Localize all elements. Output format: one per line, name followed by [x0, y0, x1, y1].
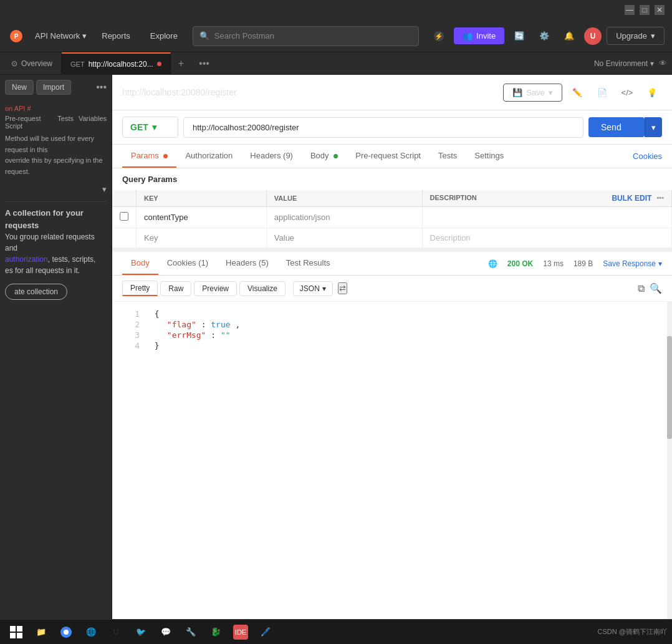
- new-value-cell[interactable]: Value: [266, 228, 422, 248]
- request-header: http://localhost:20080/register 💾 Save ▾…: [112, 75, 672, 110]
- authorization-tab[interactable]: Authorization: [176, 145, 241, 168]
- preview-button[interactable]: Preview: [194, 281, 237, 296]
- close-button[interactable]: ✕: [655, 5, 665, 15]
- app4-btn[interactable]: 🔧: [180, 621, 202, 643]
- invite-button[interactable]: 👥 Invite: [454, 27, 504, 44]
- svg-rect-5: [17, 626, 22, 632]
- search-icon: 🔍: [199, 31, 209, 41]
- raw-button[interactable]: Raw: [160, 281, 191, 296]
- params-tab[interactable]: Params: [122, 145, 176, 168]
- edit-icon-btn[interactable]: ✏️: [567, 82, 587, 102]
- sync-icon-btn[interactable]: 🔄: [509, 26, 529, 46]
- params-table: KEY VALUE DESCRIPTION ••• Bulk Edit cont…: [112, 190, 672, 248]
- start-button[interactable]: [5, 621, 27, 643]
- minimize-button[interactable]: —: [625, 5, 635, 15]
- new-tab-button[interactable]: +: [171, 58, 191, 69]
- desc-col-header: DESCRIPTION ••• Bulk Edit: [422, 190, 671, 207]
- upgrade-button[interactable]: Upgrade ▾: [607, 27, 665, 45]
- tab-more-button[interactable]: •••: [191, 58, 217, 69]
- api-network-menu[interactable]: API Network ▾: [35, 31, 87, 41]
- tab-nav-right: Cookies: [633, 151, 662, 161]
- response-headers-tab[interactable]: Headers (5): [217, 252, 277, 275]
- pretty-button[interactable]: Pretty: [122, 281, 158, 296]
- browser2-btn[interactable]: 🌐: [80, 621, 102, 643]
- params-more-icon[interactable]: •••: [656, 194, 664, 201]
- new-key-cell[interactable]: Key: [137, 228, 267, 248]
- chevron-down-icon: ▾: [650, 59, 654, 68]
- maximize-button[interactable]: □: [640, 5, 650, 15]
- code-icon-btn[interactable]: </>: [617, 82, 637, 102]
- settings-icon-btn[interactable]: ⚙️: [534, 26, 554, 46]
- bulk-edit-button[interactable]: Bulk Edit: [612, 194, 651, 203]
- lightning-icon-btn[interactable]: ⚡: [429, 26, 449, 46]
- app7-btn[interactable]: 🖊️: [254, 621, 277, 643]
- environment-dropdown[interactable]: No Environment ▾: [594, 59, 654, 68]
- url-input[interactable]: [183, 117, 583, 138]
- app1-btn[interactable]: U: [105, 621, 127, 643]
- svg-text:P: P: [14, 33, 19, 40]
- response-cookies-tab[interactable]: Cookies (1): [158, 252, 217, 275]
- create-collection-button[interactable]: ate collection: [5, 284, 67, 300]
- pre-request-script-tab[interactable]: Pre-request Script: [5, 115, 52, 130]
- variables-tab[interactable]: Variables: [79, 115, 107, 130]
- row1-desc-cell[interactable]: [422, 207, 671, 228]
- reports-link[interactable]: Reports: [97, 29, 135, 43]
- main-layout: New Import ••• on API # Pre-request Scri…: [0, 75, 672, 644]
- app6-btn[interactable]: IDE: [229, 621, 252, 643]
- avatar[interactable]: U: [584, 27, 602, 45]
- response-time: 13 ms: [543, 259, 564, 268]
- code-line-3: 3 "errMsg" : "": [122, 330, 662, 340]
- status-code: 200 OK: [507, 259, 533, 268]
- body-tab[interactable]: Body: [302, 145, 347, 168]
- send-button[interactable]: Send: [588, 117, 645, 137]
- settings-tab[interactable]: Settings: [466, 145, 512, 168]
- overview-tab[interactable]: ⊙ Overview: [2, 52, 62, 75]
- authorization-link[interactable]: authorization: [5, 255, 48, 264]
- url-bar: GET ▾ Send ▾: [112, 110, 672, 145]
- chrome-btn[interactable]: [55, 621, 77, 643]
- send-dropdown-button[interactable]: ▾: [645, 117, 662, 137]
- row1-key-cell[interactable]: contentType: [137, 207, 267, 228]
- app5-btn[interactable]: 🐉: [204, 621, 227, 643]
- lightbulb-icon-btn[interactable]: 💡: [642, 82, 662, 102]
- save-response-button[interactable]: Save Response ▾: [603, 259, 662, 268]
- response-size: 189 B: [574, 259, 593, 268]
- wrap-button[interactable]: ⇄: [338, 282, 347, 294]
- app2-btn[interactable]: 🐦: [130, 621, 152, 643]
- scrollbar-track[interactable]: [667, 302, 672, 644]
- copy-icon-btn[interactable]: ⧉: [638, 282, 645, 294]
- doc-icon-btn[interactable]: 📄: [592, 82, 612, 102]
- tests-tab[interactable]: Tests: [57, 115, 74, 130]
- new-button[interactable]: New: [5, 80, 34, 95]
- bell-icon-btn[interactable]: 🔔: [559, 26, 579, 46]
- new-desc-cell[interactable]: Description: [422, 228, 671, 248]
- response-test-results-tab[interactable]: Test Results: [277, 252, 339, 275]
- dropdown-arrow[interactable]: ▾: [102, 185, 107, 194]
- search-icon-btn[interactable]: 🔍: [650, 282, 662, 294]
- json-format-selector[interactable]: JSON ▾: [293, 281, 333, 296]
- invite-icon: 👥: [463, 31, 473, 41]
- method-selector[interactable]: GET ▾: [122, 117, 178, 138]
- import-button[interactable]: Import: [36, 80, 71, 95]
- body-dot: [334, 154, 338, 158]
- eye-icon-btn[interactable]: 👁: [659, 59, 667, 68]
- response-status: 🌐 200 OK 13 ms 189 B Save Response ▾: [488, 259, 662, 268]
- request-url-display: http://localhost:20080/register: [122, 87, 498, 97]
- file-explorer-btn[interactable]: 📁: [30, 621, 52, 643]
- pre-request-tab[interactable]: Pre-request Script: [347, 145, 430, 168]
- request-tab[interactable]: GET http://localhost:20...: [62, 52, 171, 75]
- save-button[interactable]: 💾 Save ▾: [503, 84, 562, 102]
- tests-tab[interactable]: Tests: [430, 145, 466, 168]
- search-bar[interactable]: 🔍 Search Postman: [193, 26, 419, 46]
- headers-tab[interactable]: Headers (9): [241, 145, 302, 168]
- app3-btn[interactable]: 💬: [155, 621, 177, 643]
- explore-link[interactable]: Explore: [145, 29, 183, 43]
- content-wrapper: http://localhost:20080/register 💾 Save ▾…: [112, 75, 672, 644]
- response-body-tab[interactable]: Body: [122, 252, 158, 275]
- row1-checkbox[interactable]: [120, 212, 128, 221]
- visualize-button[interactable]: Visualize: [239, 281, 286, 296]
- cookies-link[interactable]: Cookies: [633, 151, 662, 161]
- row1-value-cell[interactable]: application/json: [266, 207, 422, 228]
- header-icons: ✏️ 📄 </> 💡: [567, 82, 662, 102]
- sidebar-more-button[interactable]: •••: [96, 82, 107, 93]
